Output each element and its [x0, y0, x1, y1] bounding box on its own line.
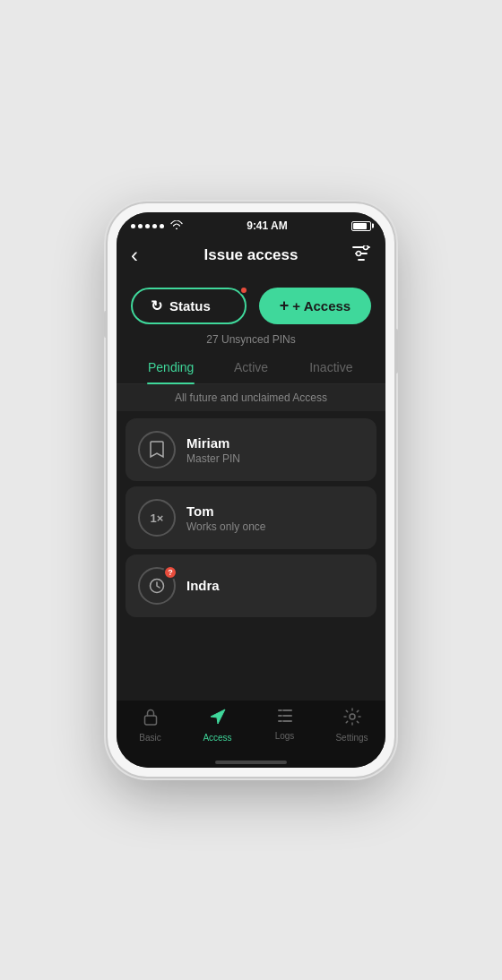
svg-point-0: [363, 245, 368, 250]
item-name: Miriam: [186, 435, 364, 451]
signal-dot-1: [131, 224, 135, 228]
nav-logs[interactable]: Logs: [251, 708, 318, 743]
nav-logs-label: Logs: [275, 731, 295, 741]
back-button[interactable]: ‹: [131, 243, 156, 268]
home-indicator: [117, 755, 385, 768]
nav-access-label: Access: [203, 733, 231, 743]
sub-header-text: All future and unclaimed Access: [117, 384, 385, 411]
filter-button[interactable]: [346, 245, 371, 266]
sync-icon: ↻: [151, 297, 162, 314]
phone-frame: 9:41 AM ‹ Issue access: [108, 203, 394, 777]
item-text-tom: Tom Works only once: [186, 503, 364, 533]
signal-dot-5: [160, 224, 164, 228]
unsynced-pins-text: 27 Unsynced PINs: [117, 331, 385, 353]
tab-bar: Pending Active Inactive: [117, 353, 385, 384]
svg-rect-5: [278, 715, 292, 717]
tab-inactive[interactable]: Inactive: [291, 353, 371, 383]
svg-rect-9: [281, 720, 283, 722]
signal-area: [131, 219, 183, 232]
page-title: Issue access: [204, 246, 299, 264]
action-row: ↻ Status + + Access: [117, 279, 385, 331]
svg-rect-8: [281, 715, 283, 717]
plus-icon: +: [280, 297, 290, 315]
item-sub: Master PIN: [186, 452, 364, 465]
notification-dot: [239, 286, 248, 295]
nav-basic-label: Basic: [139, 733, 160, 743]
svg-rect-7: [281, 709, 283, 711]
svg-rect-3: [144, 716, 156, 725]
lock-icon: [143, 708, 159, 730]
nav-access[interactable]: Access: [184, 708, 251, 743]
home-bar: [215, 761, 287, 764]
svg-rect-4: [278, 709, 292, 711]
svg-point-1: [356, 251, 360, 255]
send-icon: [209, 708, 227, 730]
svg-rect-6: [278, 720, 292, 722]
status-time: 9:41 AM: [247, 219, 288, 232]
logs-icon: [277, 708, 293, 728]
signal-dot-4: [152, 224, 157, 228]
page-header: ‹ Issue access: [117, 236, 385, 279]
list-item[interactable]: ? Indra: [126, 554, 376, 617]
nav-settings-label: Settings: [335, 733, 368, 743]
main-content: ↻ Status + + Access 27 Unsynced PINs Pen…: [117, 279, 385, 701]
tab-pending[interactable]: Pending: [131, 353, 211, 383]
phone-screen: 9:41 AM ‹ Issue access: [117, 212, 385, 768]
tab-active[interactable]: Active: [211, 353, 290, 383]
list-item[interactable]: Miriam Master PIN: [126, 418, 376, 481]
item-sub: Works only once: [186, 520, 364, 533]
status-bar: 9:41 AM: [117, 212, 385, 236]
wifi-icon: [170, 219, 183, 232]
bottom-nav: Basic Access: [117, 701, 385, 755]
nav-settings[interactable]: Settings: [318, 708, 385, 743]
signal-dot-2: [138, 224, 143, 228]
battery-fill: [353, 223, 367, 229]
add-access-button[interactable]: + + Access: [259, 288, 371, 324]
avatar-clock: ?: [138, 567, 176, 605]
battery-body: [351, 221, 371, 231]
access-label: + Access: [292, 298, 351, 314]
nav-basic[interactable]: Basic: [117, 708, 184, 743]
list-item[interactable]: 1× Tom Works only once: [126, 486, 376, 549]
battery-indicator: [351, 221, 371, 231]
avatar-1x: 1×: [138, 499, 176, 537]
svg-point-10: [350, 714, 355, 719]
item-name: Indra: [186, 578, 364, 593]
item-name: Tom: [186, 503, 364, 519]
signal-dot-3: [145, 224, 150, 228]
status-button[interactable]: ↻ Status: [131, 288, 247, 324]
status-label: Status: [169, 298, 211, 314]
gear-icon: [343, 708, 361, 730]
item-text-miriam: Miriam Master PIN: [186, 435, 364, 465]
access-list: Miriam Master PIN 1× Tom Works only once: [117, 411, 385, 701]
avatar-bookmark: [138, 431, 176, 469]
item-text-indra: Indra: [186, 578, 364, 595]
badge-question: ?: [163, 565, 177, 580]
